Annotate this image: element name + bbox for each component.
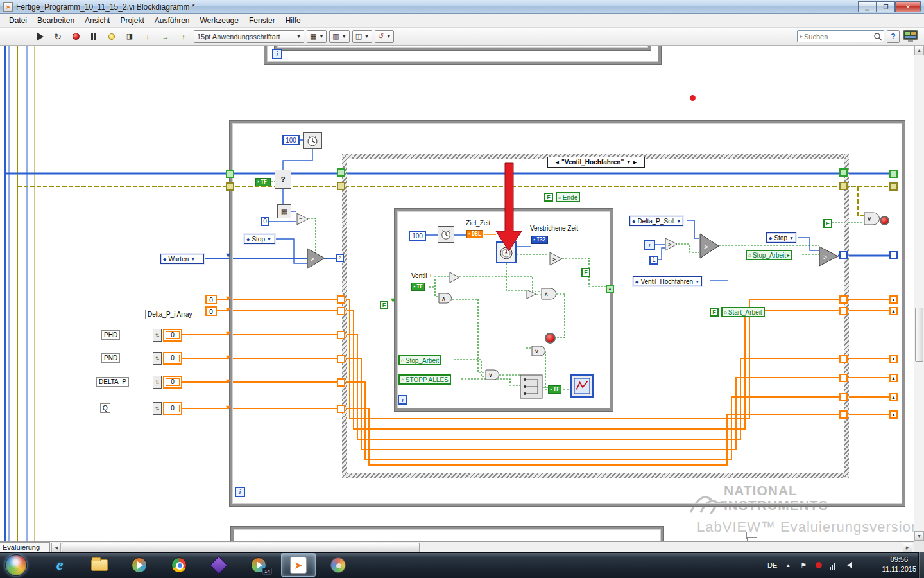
delta-p-label[interactable]: DELTA_P (96, 377, 129, 387)
search-box[interactable]: ▸ (797, 30, 884, 42)
menu-fenster[interactable]: Fenster (244, 15, 280, 26)
hscroll-grip[interactable] (416, 545, 422, 550)
case-dropdown-icon[interactable]: ▼ (626, 160, 631, 164)
select-node[interactable]: > (699, 233, 720, 259)
run-button[interactable] (32, 30, 47, 44)
equals-compare-node[interactable]: = (296, 213, 309, 225)
indexing-tunnel[interactable]: ▲ (889, 374, 898, 382)
menu-ansicht[interactable]: Ansicht (80, 15, 115, 26)
close-button[interactable]: ✕ (895, 1, 921, 12)
false-constant[interactable]: F (710, 308, 719, 317)
language-indicator[interactable]: DE (767, 561, 777, 569)
tunnel-marker[interactable]: ▼ (225, 378, 232, 385)
align-objects-dropdown[interactable]: ▦▼ (307, 30, 327, 43)
tunnel[interactable] (226, 182, 234, 191)
tunnel-marker[interactable]: ▼ (225, 330, 232, 337)
compare-node[interactable]: > (665, 238, 678, 251)
indexing-tunnel[interactable]: ▲ (889, 410, 898, 419)
loop-iteration-terminal[interactable]: i (272, 49, 282, 59)
or-node[interactable]: ∨ (485, 369, 500, 380)
or-node[interactable]: ∨ (531, 346, 546, 356)
menu-bearbeiten[interactable]: Bearbeiten (32, 15, 80, 26)
taskbar-paint[interactable] (321, 553, 355, 577)
array-index-node[interactable]: ⇅ (153, 376, 162, 389)
stop-arbeit-local[interactable]: ⌂Stop_Arbeit (398, 355, 441, 365)
tunnel[interactable] (839, 393, 848, 401)
tunnel[interactable] (839, 168, 848, 177)
tunnel-marker[interactable]: ▼ (225, 404, 232, 411)
minimize-button[interactable]: ▁ (858, 1, 877, 12)
delta-p-array-constant[interactable]: 0 (163, 376, 182, 389)
q-array-constant[interactable]: 0 (163, 402, 182, 415)
hscroll-right-arrow[interactable]: ▶ (903, 543, 912, 552)
resize-objects-dropdown[interactable]: ◫▼ (352, 30, 372, 43)
or-node[interactable]: ∨ (864, 212, 880, 225)
array-index-node[interactable]: ⇅ (153, 352, 162, 365)
tf-constant[interactable]: ▸TF (255, 178, 271, 186)
ziel-zeit-terminal[interactable]: ▸DBL (466, 230, 483, 238)
array-node[interactable]: ▦ (277, 204, 291, 218)
reorder-dropdown[interactable]: ↺▼ (375, 30, 394, 43)
question-node[interactable]: ? (275, 170, 291, 189)
maximize-button[interactable]: ❐ (877, 1, 895, 12)
highlight-execution-button[interactable] (104, 30, 119, 44)
case-prev-arrow-icon[interactable]: ◀ (556, 160, 559, 165)
taskbar-chrome[interactable] (162, 553, 196, 577)
pnd-label[interactable]: PND (101, 353, 120, 363)
tunnel[interactable]: ▲ (606, 285, 614, 293)
hscroll-thumb[interactable] (62, 543, 420, 552)
help-button[interactable]: ? (887, 30, 900, 43)
and-node[interactable]: ∧ (541, 288, 557, 300)
search-input[interactable] (804, 33, 873, 40)
case-selector-tunnel[interactable]: ? (336, 254, 344, 262)
start-arbeit-local[interactable]: ⌂Start_Arbeit (721, 307, 765, 317)
case-structure-border-right[interactable] (844, 154, 849, 478)
compare-node[interactable] (526, 289, 537, 299)
verstrichene-zeit-label[interactable]: Verstrichene Zeit (530, 225, 578, 232)
false-constant[interactable]: F (823, 219, 832, 228)
abort-button[interactable] (68, 30, 83, 44)
vscroll-thumb[interactable] (915, 308, 923, 362)
vertical-scrollbar[interactable]: ▲ ▼ (914, 46, 924, 541)
desktop-gadget-icon[interactable] (902, 29, 919, 44)
tunnel[interactable] (337, 405, 345, 413)
run-continuous-button[interactable]: ↻ (50, 30, 65, 44)
ventil-plus-terminal[interactable]: ▸TF (411, 283, 425, 291)
numeric-constant[interactable]: 0 (205, 295, 217, 304)
menu-projekt[interactable]: Projekt (115, 15, 149, 26)
false-constant[interactable]: F (380, 301, 388, 309)
stop-button-terminal[interactable] (545, 333, 556, 344)
tunnel[interactable] (226, 170, 234, 178)
tunnel-marker[interactable]: ▼ (225, 354, 232, 361)
network-icon[interactable] (830, 561, 839, 570)
taskbar-labview-active[interactable]: ➤ (281, 553, 316, 577)
case-structure-border-bottom[interactable] (342, 473, 849, 478)
tunnel[interactable] (337, 295, 345, 304)
and-node[interactable]: ∧ (438, 293, 452, 304)
show-hidden-icons[interactable]: ▲ (783, 561, 792, 570)
tunnel-marker[interactable]: ▼ (389, 297, 397, 304)
wait-ms-node[interactable] (303, 132, 322, 149)
iteration-local[interactable]: i (644, 240, 655, 250)
array-index-node[interactable]: ⇅ (153, 329, 162, 342)
verstrichene-zeit-terminal[interactable]: ▸I32 (531, 236, 548, 244)
taskbar-app[interactable] (201, 553, 236, 577)
ziel-zeit-label[interactable]: Ziel_Zeit (466, 220, 490, 227)
stop-indicator[interactable] (880, 216, 889, 225)
false-constant[interactable]: F (581, 268, 590, 277)
start-button[interactable] (5, 554, 27, 576)
taskbar-media-player-2[interactable]: 14 (241, 553, 276, 577)
stop-arbeit-local[interactable]: ⌂Stop_Arbeit▸ (746, 250, 792, 260)
search-dropdown-icon[interactable]: ▸ (799, 33, 804, 39)
tunnel[interactable] (337, 307, 345, 315)
delta-p-soll-enum[interactable]: ◆Delta_P_Soll▼ (629, 216, 683, 226)
tunnel[interactable] (889, 182, 898, 191)
vscroll-down-arrow[interactable]: ▼ (914, 531, 924, 541)
case-next-arrow-icon[interactable]: ▶ (633, 160, 637, 165)
indexing-tunnel[interactable]: ▲ (889, 393, 898, 401)
array-index-node[interactable]: ⇅ (153, 402, 162, 415)
step-over-button[interactable]: → (158, 30, 173, 44)
ventil-hochfahren-enum[interactable]: ◆Ventil_Hochfahren▼ (633, 276, 702, 286)
wait-ms-constant[interactable]: 100 (282, 135, 300, 145)
step-out-button[interactable]: ↑ (176, 30, 191, 44)
